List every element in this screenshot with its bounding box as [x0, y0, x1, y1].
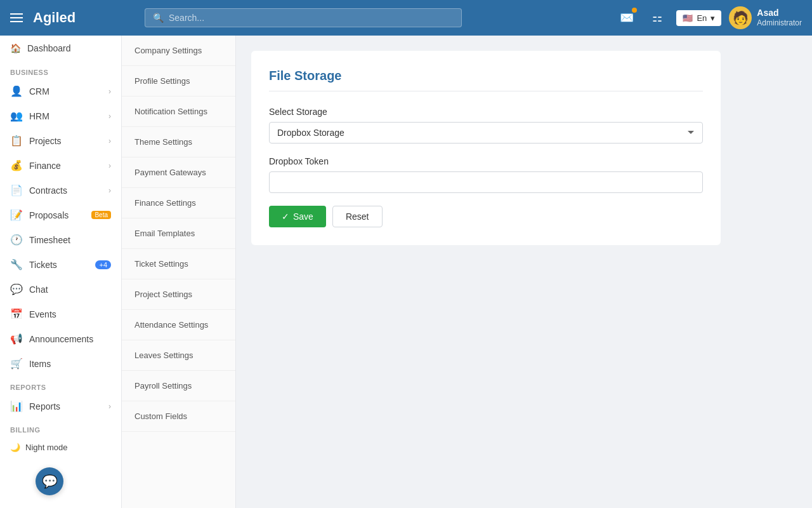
section-reports: REPORTS [0, 376, 121, 394]
search-icon: 🔍 [153, 13, 164, 23]
user-menu[interactable]: 🧑 Asad Administrator [729, 6, 802, 29]
section-business: BUSINESS [0, 61, 121, 79]
settings-email-templates[interactable]: Email Templates [122, 218, 235, 249]
dropbox-token-label: Dropbox Token [269, 156, 703, 166]
night-mode-label: Night mode [25, 443, 67, 452]
chat-bubble-button[interactable]: 💬 [36, 467, 63, 495]
notifications-button[interactable]: ✉️ [615, 6, 638, 29]
crm-icon: 👤 [10, 85, 23, 97]
settings-leaves[interactable]: Leaves Settings [122, 340, 235, 371]
chevron-right-icon: › [108, 186, 111, 195]
sidebar-item-reports[interactable]: 📊 Reports › [0, 394, 121, 418]
contracts-icon: 📄 [10, 184, 23, 196]
sidebar-item-proposals[interactable]: 📝 Proposals Beta [0, 203, 121, 227]
user-text: Asad Administrator [757, 7, 802, 29]
app-brand: Agiled [33, 10, 134, 26]
check-icon: ✓ [282, 211, 289, 222]
hamburger-menu[interactable] [10, 13, 23, 22]
app-name: Agiled [33, 10, 75, 26]
apps-button[interactable]: ⚏ [646, 6, 669, 29]
chevron-right-icon: › [108, 161, 111, 170]
language-label: En [697, 13, 707, 23]
notification-badge [632, 8, 637, 13]
chevron-right-icon: › [108, 87, 111, 96]
home-icon: 🏠 [10, 43, 21, 53]
secondary-sidebar: Company Settings Profile Settings Notifi… [122, 36, 236, 508]
main-container: 🏠 Dashboard BUSINESS 👤 CRM › 👥 HRM › 📋 P… [0, 36, 812, 508]
settings-custom-fields[interactable]: Custom Fields [122, 401, 235, 432]
sidebar-item-tickets[interactable]: 🔧 Tickets +4 [0, 252, 121, 277]
projects-icon: 📋 [10, 135, 23, 147]
settings-finance[interactable]: Finance Settings [122, 188, 235, 218]
storage-select[interactable]: Dropbox Storage Local Storage Amazon S3 [269, 122, 703, 144]
settings-profile[interactable]: Profile Settings [122, 66, 235, 97]
settings-notification[interactable]: Notification Settings [122, 97, 235, 127]
sidebar-item-dashboard[interactable]: 🏠 Dashboard [0, 36, 121, 61]
user-name: Asad [757, 7, 802, 18]
reset-button[interactable]: Reset [332, 206, 383, 227]
proposals-icon: 📝 [10, 209, 23, 221]
chevron-right-icon: › [108, 137, 111, 145]
tickets-badge: +4 [95, 260, 111, 269]
dashboard-label: Dashboard [27, 43, 71, 53]
chat-icon: 💬 [10, 283, 23, 295]
settings-theme[interactable]: Theme Settings [122, 127, 235, 157]
chevron-down-icon: ▾ [710, 13, 715, 23]
select-storage-group: Select Storage Dropbox Storage Local Sto… [269, 107, 703, 144]
search-bar: 🔍 [145, 8, 462, 27]
announcements-icon: 📢 [10, 333, 23, 345]
dropbox-token-input[interactable] [269, 171, 703, 193]
settings-attendance[interactable]: Attendance Settings [122, 310, 235, 340]
sidebar-item-items[interactable]: 🛒 Items [0, 351, 121, 376]
select-storage-label: Select Storage [269, 107, 703, 117]
section-billing: BILLING [0, 418, 121, 436]
chat-bubble-icon: 💬 [42, 474, 58, 489]
sidebar-item-contracts[interactable]: 📄 Contracts › [0, 178, 121, 203]
night-mode-button[interactable]: 🌙 Night mode [0, 436, 121, 458]
moon-icon: 🌙 [10, 443, 20, 452]
chevron-right-icon: › [108, 402, 111, 411]
form-actions: ✓ Save Reset [269, 206, 703, 227]
flag-icon: 🇺🇸 [683, 13, 693, 23]
sidebar-item-events[interactable]: 📅 Events [0, 302, 121, 326]
search-input[interactable] [169, 13, 454, 23]
language-button[interactable]: 🇺🇸 En ▾ [676, 10, 721, 26]
page-title: File Storage [269, 69, 703, 91]
settings-ticket[interactable]: Ticket Settings [122, 249, 235, 279]
content-area: File Storage Select Storage Dropbox Stor… [236, 36, 812, 508]
dropbox-token-group: Dropbox Token [269, 156, 703, 193]
sidebar-item-announcements[interactable]: 📢 Announcements [0, 326, 121, 351]
finance-icon: 💰 [10, 159, 23, 171]
user-role: Administrator [757, 18, 802, 29]
file-storage-card: File Storage Select Storage Dropbox Stor… [251, 51, 721, 245]
avatar: 🧑 [729, 6, 752, 29]
left-sidebar: 🏠 Dashboard BUSINESS 👤 CRM › 👥 HRM › 📋 P… [0, 36, 122, 508]
chevron-right-icon: › [108, 112, 111, 121]
navbar-right: ✉️ ⚏ 🇺🇸 En ▾ 🧑 Asad Administrator [615, 6, 802, 29]
save-button[interactable]: ✓ Save [269, 206, 326, 227]
events-icon: 📅 [10, 308, 23, 320]
sidebar-item-projects[interactable]: 📋 Projects › [0, 128, 121, 153]
top-navbar: Agiled 🔍 ✉️ ⚏ 🇺🇸 En ▾ 🧑 Asad Administrat… [0, 0, 812, 36]
settings-project[interactable]: Project Settings [122, 279, 235, 310]
settings-company[interactable]: Company Settings [122, 36, 235, 66]
timesheet-icon: 🕐 [10, 234, 23, 246]
hrm-icon: 👥 [10, 110, 23, 122]
tickets-icon: 🔧 [10, 258, 23, 271]
beta-badge: Beta [91, 211, 111, 219]
settings-payroll[interactable]: Payroll Settings [122, 371, 235, 401]
sidebar-item-timesheet[interactable]: 🕐 Timesheet [0, 227, 121, 252]
sidebar-item-hrm[interactable]: 👥 HRM › [0, 104, 121, 128]
items-icon: 🛒 [10, 358, 23, 370]
sidebar-item-crm[interactable]: 👤 CRM › [0, 79, 121, 104]
reports-icon: 📊 [10, 400, 23, 412]
settings-payment-gateways[interactable]: Payment Gateways [122, 157, 235, 188]
sidebar-item-finance[interactable]: 💰 Finance › [0, 153, 121, 178]
sidebar-item-chat[interactable]: 💬 Chat [0, 277, 121, 302]
